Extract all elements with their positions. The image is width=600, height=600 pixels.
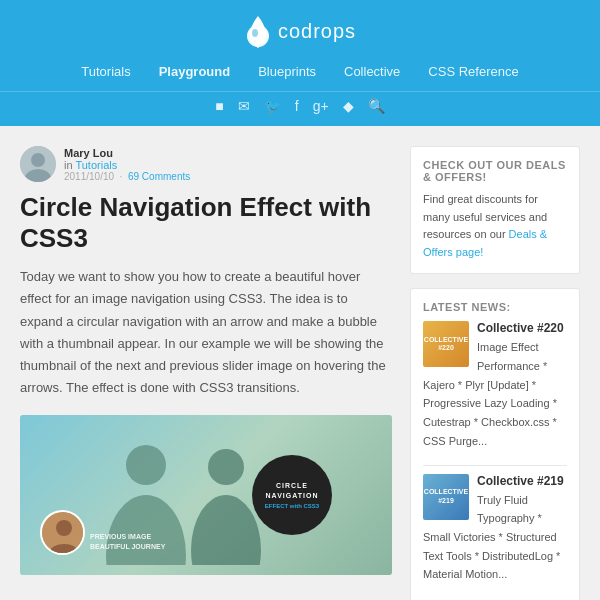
svg-point-8 — [208, 449, 244, 485]
article-body: Today we want to show you how to create … — [20, 266, 392, 399]
svg-point-6 — [126, 445, 166, 485]
circle-sub: EFFECT with CSS3 — [252, 503, 332, 509]
latest-news-section: Latest News: COLLECTIVE#220 Collective #… — [410, 288, 580, 600]
comments-link[interactable]: 69 Comments — [128, 171, 190, 182]
author-meta: in Tutorials — [64, 159, 190, 171]
article-date-comments: 2011/10/10 · 69 Comments — [64, 171, 190, 182]
svg-point-7 — [191, 495, 261, 565]
svg-point-5 — [106, 495, 186, 565]
social-bar: ■ ✉ 🐦 f g+ ◆ 🔍 — [0, 91, 600, 126]
search-icon[interactable]: 🔍 — [368, 98, 385, 114]
svg-point-3 — [31, 153, 45, 167]
nav-playground[interactable]: Playground — [159, 64, 231, 79]
nav-css-reference[interactable]: CSS Reference — [428, 64, 518, 79]
email-icon[interactable]: ✉ — [238, 98, 250, 114]
site-header: codrops Tutorials Playground Blueprints … — [0, 0, 600, 126]
rss-icon[interactable]: ■ — [215, 98, 223, 114]
article-content: Mary Lou in Tutorials 2011/10/10 · 69 Co… — [20, 146, 392, 600]
circle-text: CIRCLE NAVIGATION — [252, 481, 332, 501]
author-in: in — [64, 159, 75, 171]
logo-text: codrops — [278, 20, 356, 43]
logo[interactable]: codrops — [244, 14, 356, 48]
header-top: codrops — [0, 0, 600, 58]
article-date: 2011/10/10 — [64, 171, 114, 182]
nav-tutorials[interactable]: Tutorials — [81, 64, 130, 79]
news-thumb-2: COLLECTIVE#219 — [423, 474, 469, 520]
news-item-2: COLLECTIVE#219 Collective #219 Truly Flu… — [423, 474, 567, 584]
github-icon[interactable]: ◆ — [343, 98, 354, 114]
deals-section: Check out our deals & offers! Find great… — [410, 146, 580, 274]
logo-drop-icon — [244, 14, 272, 48]
latest-news-title: Latest News: — [423, 301, 567, 313]
svg-point-1 — [252, 29, 258, 37]
author-name: Mary Lou — [64, 147, 190, 159]
news-thumb-label-1: COLLECTIVE#220 — [424, 336, 468, 353]
prev-label-line2: Beautiful Journey — [90, 542, 165, 553]
news-thumb-1: COLLECTIVE#220 — [423, 321, 469, 367]
author-section-link[interactable]: Tutorials — [75, 159, 117, 171]
nav-blueprints[interactable]: Blueprints — [258, 64, 316, 79]
prev-label: PREVIOUS IMAGE Beautiful Journey — [90, 532, 165, 553]
img-circle-badge: CIRCLE NAVIGATION EFFECT with CSS3 — [252, 455, 332, 535]
sidebar: Check out our deals & offers! Find great… — [410, 146, 580, 600]
nav-collective[interactable]: Collective — [344, 64, 400, 79]
main-content: Mary Lou in Tutorials 2011/10/10 · 69 Co… — [0, 126, 600, 600]
article-image: CIRCLE NAVIGATION EFFECT with CSS3 PREVI… — [20, 415, 392, 575]
news-thumb-label-2: COLLECTIVE#219 — [424, 488, 468, 505]
google-plus-icon[interactable]: g+ — [313, 98, 329, 114]
avatar — [20, 146, 56, 182]
author-bar: Mary Lou in Tutorials 2011/10/10 · 69 Co… — [20, 146, 392, 182]
deals-text: Find great discounts for many useful ser… — [423, 191, 567, 261]
author-info: Mary Lou in Tutorials 2011/10/10 · 69 Co… — [64, 147, 190, 182]
prev-thumb — [40, 510, 85, 555]
twitter-icon[interactable]: 🐦 — [264, 98, 281, 114]
article-title: Circle Navigation Effect with CSS3 — [20, 192, 392, 254]
svg-point-10 — [56, 520, 72, 536]
main-nav: Tutorials Playground Blueprints Collecti… — [0, 58, 600, 91]
news-item-1: COLLECTIVE#220 Collective #220 Image Eff… — [423, 321, 567, 450]
deals-title: Check out our deals & offers! — [423, 159, 567, 183]
prev-label-line1: PREVIOUS IMAGE — [90, 532, 165, 543]
facebook-icon[interactable]: f — [295, 98, 299, 114]
news-divider — [423, 465, 567, 466]
